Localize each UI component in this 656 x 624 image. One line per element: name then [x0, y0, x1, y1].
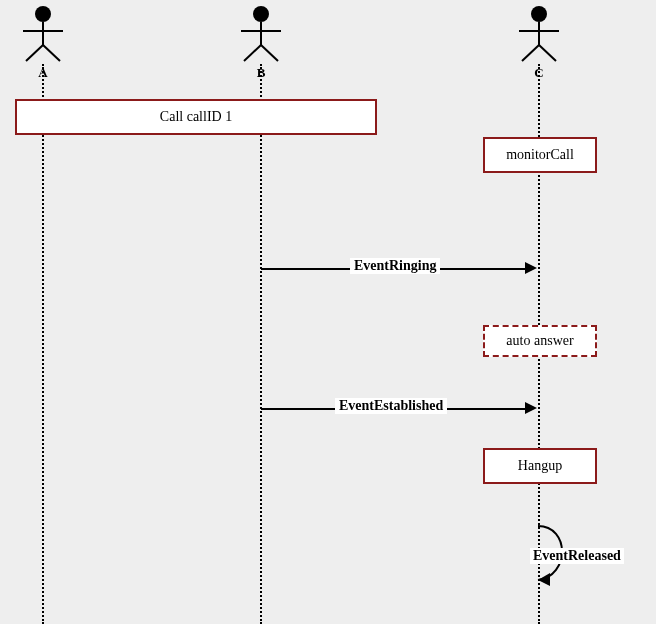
msg-released-label: EventReleased [530, 548, 624, 564]
call-box: Call callID 1 [15, 99, 377, 135]
lifeline-A [42, 64, 44, 624]
monitorCall-box: monitorCall [483, 137, 597, 173]
msg-ringing-label: EventRinging [350, 258, 440, 274]
sequence-diagram: A B C Call callID 1 monitorCall auto ans… [0, 0, 656, 624]
autoAnswer-box: auto answer [483, 325, 597, 357]
actor-A-label: A [18, 65, 68, 81]
stickman-icon [18, 5, 68, 63]
svg-marker-15 [538, 573, 550, 586]
svg-point-10 [531, 6, 547, 22]
actor-C-label: C [514, 65, 564, 81]
msg-established-arrowhead [525, 402, 537, 414]
svg-line-4 [43, 45, 60, 61]
actor-B-label: B [236, 65, 286, 81]
monitorCall-box-label: monitorCall [506, 147, 574, 163]
svg-point-5 [253, 6, 269, 22]
svg-line-8 [244, 45, 261, 61]
autoAnswer-box-label: auto answer [506, 333, 573, 349]
actor-B: B [236, 5, 286, 81]
svg-line-3 [26, 45, 43, 61]
actor-C: C [514, 5, 564, 81]
svg-line-9 [261, 45, 278, 61]
hangup-box: Hangup [483, 448, 597, 484]
msg-ringing-arrowhead [525, 262, 537, 274]
stickman-icon [514, 5, 564, 63]
svg-line-14 [539, 45, 556, 61]
hangup-box-label: Hangup [518, 458, 562, 474]
actor-A: A [18, 5, 68, 81]
svg-line-13 [522, 45, 539, 61]
call-box-label: Call callID 1 [160, 109, 232, 125]
stickman-icon [236, 5, 286, 63]
lifeline-B [260, 64, 262, 624]
msg-established-label: EventEstablished [335, 398, 447, 414]
svg-point-0 [35, 6, 51, 22]
